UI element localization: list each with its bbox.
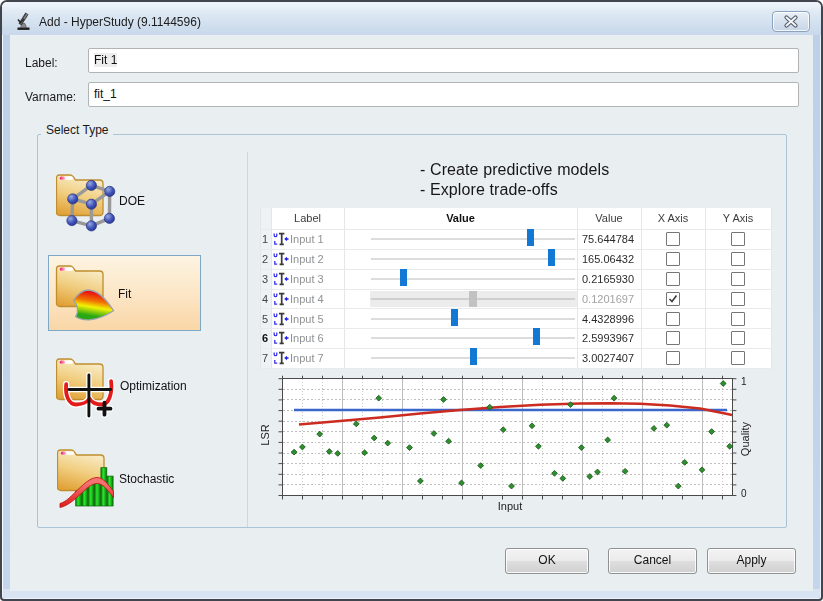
svg-text:Quality: Quality [739, 421, 751, 456]
svg-text:0: 0 [741, 488, 747, 499]
svg-text:Input: Input [498, 500, 522, 512]
svg-text:LSR: LSR [260, 424, 271, 445]
svg-text:1: 1 [741, 376, 747, 387]
